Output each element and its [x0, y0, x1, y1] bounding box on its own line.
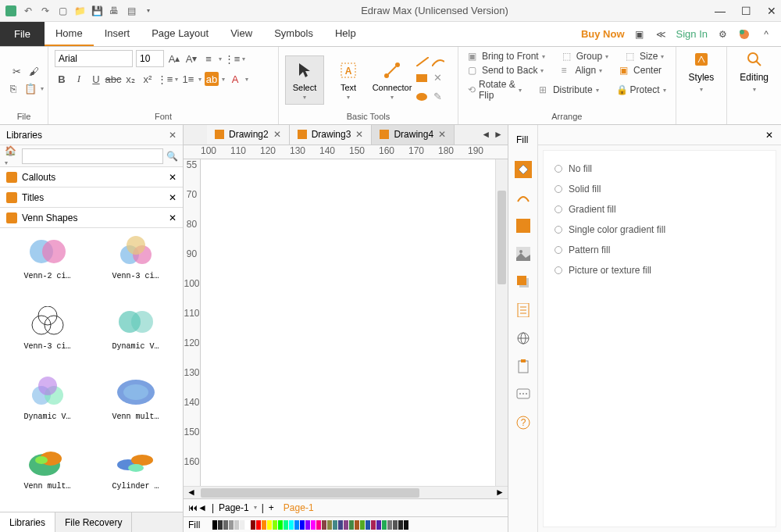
close-icon[interactable]: ✕	[355, 129, 363, 140]
rect-tool-icon[interactable]	[416, 73, 427, 84]
category-venn-shapes[interactable]: Venn Shapes✕	[0, 208, 183, 228]
font-size-select[interactable]	[136, 50, 164, 67]
libraries-tab[interactable]: Libraries	[0, 512, 55, 532]
minimize-button[interactable]: —	[715, 5, 726, 17]
fill-option-pattern[interactable]: Pattern fill	[555, 240, 765, 260]
rotate-flip-button[interactable]: ⟲Rotate & Flip▾	[465, 78, 525, 102]
category-titles[interactable]: Titles✕	[0, 187, 183, 208]
export-icon[interactable]: ▣	[633, 27, 647, 41]
styles-button[interactable]: Styles ▾	[683, 50, 721, 93]
vertical-scrollbar[interactable]	[495, 159, 508, 486]
text-tool[interactable]: A Text ▾	[329, 56, 368, 104]
shape-venn-3-outline[interactable]: Venn-3 ci…	[6, 305, 88, 366]
doc-tab-drawing4[interactable]: Drawing4✕	[372, 125, 455, 145]
format-painter-icon[interactable]: 🖌	[27, 65, 41, 79]
category-callouts[interactable]: Callouts✕	[0, 167, 183, 187]
gear-icon[interactable]: ⚙	[715, 27, 729, 41]
connector-tool[interactable]: Connector ▾	[373, 56, 412, 104]
sign-in-link[interactable]: Sign In	[676, 28, 708, 40]
collapse-ribbon-icon[interactable]: ^	[759, 27, 773, 41]
menu-page-layout[interactable]: Page Layout	[141, 22, 219, 46]
cut-icon[interactable]: ✂	[9, 65, 23, 79]
shape-dynamic-venn-2[interactable]: Dynamic V…	[6, 375, 88, 436]
shape-venn-2[interactable]: Venn-2 ci…	[6, 234, 88, 295]
select-tool[interactable]: Select ▾	[285, 55, 324, 105]
bring-to-front-button[interactable]: ▣Bring to Front▾	[465, 50, 548, 62]
shape-venn-multi-2[interactable]: Venn mult…	[6, 445, 88, 505]
fill-panel-close-icon[interactable]: ✕	[765, 130, 773, 141]
menu-insert[interactable]: Insert	[94, 22, 141, 46]
copy-icon[interactable]: ⎘	[6, 82, 20, 96]
tab-prev-icon[interactable]: ◄	[481, 129, 490, 140]
fill-option-gradient[interactable]: Gradient fill	[555, 199, 765, 220]
search-icon[interactable]: 🔍	[166, 151, 178, 162]
close-icon[interactable]: ✕	[169, 212, 177, 223]
menu-help[interactable]: Help	[324, 22, 367, 46]
color-icon[interactable]	[737, 27, 751, 41]
redo-icon[interactable]: ↷	[39, 5, 52, 17]
menu-symbols[interactable]: Symbols	[263, 22, 324, 46]
ellipse-tool-icon[interactable]	[416, 91, 427, 102]
qat-dropdown-icon[interactable]: ▾	[142, 5, 155, 17]
shape-cylinder[interactable]: Cylinder …	[95, 445, 177, 505]
library-search-input[interactable]	[22, 148, 163, 164]
close-button[interactable]: ✕	[767, 5, 776, 17]
doc-tab-drawing2[interactable]: Drawing2✕	[207, 125, 290, 145]
highlight-icon[interactable]: ab	[205, 72, 219, 86]
line-tool-icon[interactable]	[416, 57, 429, 66]
comment-icon[interactable]	[515, 386, 532, 403]
send-to-back-button[interactable]: ▢Send to Back▾	[465, 64, 547, 77]
solid-fill-icon[interactable]	[515, 217, 532, 234]
horizontal-scrollbar[interactable]: ◄►	[184, 486, 508, 498]
globe-icon[interactable]	[515, 330, 532, 347]
line-style-icon[interactable]	[515, 189, 532, 206]
superscript-button[interactable]: x²	[141, 72, 155, 86]
fill-option-picture[interactable]: Picture or texture fill	[555, 260, 765, 280]
subscript-button[interactable]: x₂	[123, 72, 137, 86]
delete-tool-icon[interactable]: ✕	[430, 71, 444, 85]
close-icon[interactable]: ✕	[438, 129, 446, 140]
curve-tool-icon[interactable]	[432, 57, 444, 66]
underline-button[interactable]: U	[89, 72, 103, 86]
distribute-button[interactable]: ⊞Distribute▾	[536, 84, 602, 96]
font-name-select[interactable]	[55, 50, 133, 67]
new-icon[interactable]: ▢	[56, 5, 69, 17]
paste-icon[interactable]: 📋	[23, 82, 37, 96]
color-swatches[interactable]	[212, 520, 408, 530]
clipboard-icon[interactable]	[515, 358, 532, 375]
options-icon[interactable]: ▤	[125, 5, 137, 17]
menu-home[interactable]: Home	[45, 22, 94, 46]
close-icon[interactable]: ✕	[169, 172, 177, 183]
list-icon[interactable]: ⋮≡	[158, 72, 172, 86]
doc-tab-drawing3[interactable]: Drawing3✕	[290, 125, 373, 145]
shape-venn-multi-1[interactable]: Venn mult…	[95, 375, 177, 436]
shape-venn-3-color[interactable]: Venn-3 ci…	[95, 234, 177, 295]
font-color-icon[interactable]: A	[228, 72, 242, 86]
undo-icon[interactable]: ↶	[22, 5, 34, 17]
menu-view[interactable]: View	[219, 22, 263, 46]
print-icon[interactable]: 🖶	[108, 5, 120, 17]
maximize-button[interactable]: ☐	[741, 5, 751, 17]
help-icon[interactable]: ?	[515, 414, 532, 431]
document-icon[interactable]	[515, 302, 532, 319]
editing-button[interactable]: Editing ▾	[733, 50, 775, 93]
bullets-icon[interactable]: ⋮≡	[225, 52, 239, 66]
protect-button[interactable]: 🔒Protect▾	[613, 84, 669, 96]
open-icon[interactable]: 📁	[73, 5, 86, 17]
pencil-tool-icon[interactable]: ✎	[430, 90, 444, 104]
drawing-canvas[interactable]	[201, 159, 495, 486]
size-button[interactable]: ⬚Size▾	[622, 50, 667, 62]
share-icon[interactable]: ≪	[654, 27, 669, 41]
bold-button[interactable]: B	[55, 72, 69, 86]
numbered-list-icon[interactable]: 1≡	[181, 72, 195, 86]
italic-button[interactable]: I	[72, 72, 86, 86]
close-icon[interactable]: ✕	[169, 192, 177, 203]
shadow-icon[interactable]	[515, 273, 532, 291]
libraries-close-icon[interactable]: ✕	[169, 130, 177, 141]
shape-dynamic-venn-1[interactable]: Dynamic V…	[95, 305, 177, 366]
image-fill-icon[interactable]	[515, 245, 532, 262]
file-menu[interactable]: File	[0, 22, 45, 46]
fill-option-single-gradient[interactable]: Single color gradient fill	[555, 220, 765, 240]
align-icon[interactable]: ≡	[201, 52, 216, 66]
buy-now-link[interactable]: Buy Now	[581, 28, 625, 40]
